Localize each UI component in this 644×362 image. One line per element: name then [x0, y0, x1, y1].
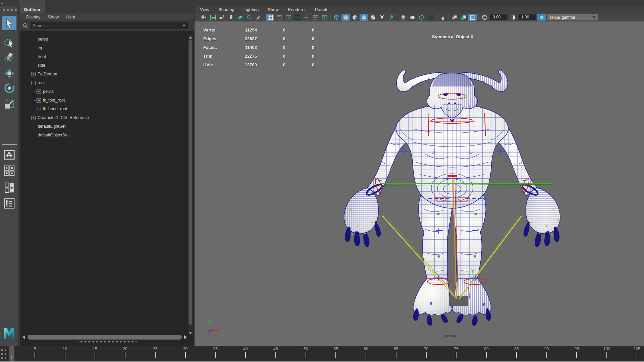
outliner-item-FatDemon[interactable]: +FatDemon: [20, 70, 194, 78]
select-tool-button[interactable]: [2, 16, 16, 30]
scroll-left-arrow[interactable]: [22, 335, 26, 340]
anti-alias-icon: [418, 14, 424, 20]
outliner-item-Character1_Ctrl_Reference[interactable]: +Character1_Ctrl_Reference: [20, 113, 194, 122]
viewport-menu-show[interactable]: Show: [268, 7, 279, 12]
lasso-tool-button[interactable]: [2, 35, 16, 49]
safe-title-button[interactable]: [320, 14, 329, 21]
camera-button[interactable]: [200, 14, 208, 21]
viewport-canvas[interactable]: Verts:1125400Edges:2263700Faces:1140200T…: [195, 21, 644, 346]
scroll-down-arrow[interactable]: [188, 330, 193, 335]
outliner-bottom-grip[interactable]: [78, 341, 137, 343]
scroll-right-arrow[interactable]: [183, 335, 187, 340]
image-plane-button[interactable]: [236, 14, 244, 21]
exposure-button[interactable]: [480, 14, 489, 21]
outliner-vertical-scrollbar[interactable]: [188, 35, 193, 335]
camera-lock-button[interactable]: [209, 14, 217, 21]
resolution-gate-button[interactable]: [284, 14, 292, 21]
time-slider[interactable]: 1 51015202530354045505560657075808590951…: [0, 346, 644, 361]
renderer-pressed-button[interactable]: [426, 14, 434, 21]
bookmark-button[interactable]: [227, 14, 235, 21]
layout-four-button[interactable]: [3, 164, 16, 177]
safe-action-button[interactable]: [311, 14, 320, 21]
paint-select-tool-button[interactable]: [2, 50, 16, 64]
outliner-item-ik_foot_root[interactable]: +ik_foot_root: [20, 96, 194, 105]
search-input[interactable]: [31, 22, 180, 29]
xray-button[interactable]: [450, 14, 459, 21]
view-transform-dropdown[interactable]: sRGB gamma: [547, 14, 598, 20]
default-material-button[interactable]: [369, 14, 377, 21]
outliner-item-persp[interactable]: persp: [20, 35, 194, 44]
anti-alias-button[interactable]: [417, 14, 425, 21]
outliner-menu-show[interactable]: Show: [44, 14, 63, 19]
outliner-item-front[interactable]: front: [20, 52, 194, 61]
viewport-menu-lighting[interactable]: Lighting: [244, 7, 259, 12]
outliner-menu-help[interactable]: Help: [62, 14, 79, 19]
exposure-field[interactable]: 0.00: [490, 14, 507, 20]
renderer-pressed-icon: [427, 14, 433, 20]
viewport-menu-renderer[interactable]: Renderer: [288, 7, 306, 12]
frame-tick: [155, 352, 156, 358]
occlusion-button[interactable]: [399, 14, 407, 21]
rotate-tool-button[interactable]: [2, 81, 16, 95]
isolate-select-button[interactable]: [438, 14, 446, 21]
scroll-up-arrow[interactable]: [188, 35, 193, 40]
outliner-item-ik_hand_root[interactable]: +ik_hand_root: [20, 105, 194, 113]
film-gate-button[interactable]: [275, 14, 283, 21]
outliner-item-root[interactable]: −root: [20, 78, 194, 87]
layout-two-button[interactable]: [3, 181, 16, 194]
layout-single-button[interactable]: [3, 148, 16, 161]
select-icon: [4, 17, 15, 29]
search-filter-dropdown[interactable]: [180, 22, 188, 29]
xray-joints-button[interactable]: [459, 14, 468, 21]
field-chart-button[interactable]: [302, 14, 311, 21]
vertical-scroll-thumb[interactable]: [189, 40, 192, 325]
grease-pencil-button[interactable]: [254, 14, 262, 21]
viewport-toolbar: 0.001.00sRGB gamma: [195, 13, 644, 21]
wireframe-button[interactable]: [332, 14, 341, 21]
cm-on-button[interactable]: [537, 14, 546, 21]
pan-zoom-button[interactable]: [245, 14, 253, 21]
expand-toggle[interactable]: +: [37, 98, 41, 103]
viewport-menu-panels[interactable]: Panels: [315, 7, 328, 12]
lighting-button[interactable]: [378, 14, 386, 21]
outliner-item-side[interactable]: side: [20, 61, 194, 70]
expand-toggle[interactable]: +: [37, 89, 41, 94]
range-slider-edge[interactable]: [0, 361, 644, 362]
horizontal-scroll-thumb[interactable]: [28, 335, 182, 340]
viewport-menu-shading[interactable]: Shading: [218, 7, 234, 12]
grid-button[interactable]: [266, 14, 274, 21]
outliner-item-defaultObjectSet[interactable]: defaultObjectSet: [20, 131, 194, 139]
toolbox-drag-handle[interactable]: [1, 7, 17, 11]
contrast-field[interactable]: 1.00: [519, 14, 536, 20]
expand-toggle[interactable]: +: [37, 107, 41, 111]
textured-button[interactable]: [351, 14, 359, 21]
wireframe-on-shaded-button[interactable]: [360, 14, 368, 21]
shadows-button[interactable]: [387, 14, 395, 21]
outliner-item-defaultLightSet[interactable]: defaultLightSet: [20, 122, 194, 131]
viewport-menu-view[interactable]: View: [200, 7, 209, 12]
expand-toggle[interactable]: +: [31, 72, 36, 76]
tree-guide-line: [34, 92, 37, 92]
expand-toggle[interactable]: +: [31, 116, 36, 120]
shaded-icon: [343, 14, 349, 20]
outliner-item-pelvis[interactable]: +pelvis: [20, 87, 194, 96]
maya-logo: [3, 327, 15, 340]
current-frame-marker[interactable]: 1: [9, 346, 14, 361]
outliner-horizontal-scrollbar[interactable]: [22, 335, 187, 340]
camera-attrs-button[interactable]: [218, 14, 226, 21]
toolbar-separator: [397, 14, 397, 20]
layout-outliner-button[interactable]: [3, 197, 16, 210]
motion-blur-button[interactable]: [408, 14, 416, 21]
expand-toggle[interactable]: −: [31, 81, 36, 85]
gate-mask-button[interactable]: [293, 14, 302, 21]
outliner-tab[interactable]: Outliner: [20, 6, 45, 13]
shaded-button[interactable]: [341, 14, 350, 21]
scale-tool-button[interactable]: [2, 97, 16, 111]
outliner-item-top[interactable]: top: [20, 44, 194, 52]
xray-active-button[interactable]: [468, 14, 477, 21]
outliner-menu-display[interactable]: Display: [22, 14, 44, 19]
toolbox-grip-handle[interactable]: [1, 1, 5, 4]
contrast-button[interactable]: [509, 14, 517, 21]
move-tool-button[interactable]: [2, 66, 16, 80]
timeline-grip[interactable]: [1, 347, 6, 360]
